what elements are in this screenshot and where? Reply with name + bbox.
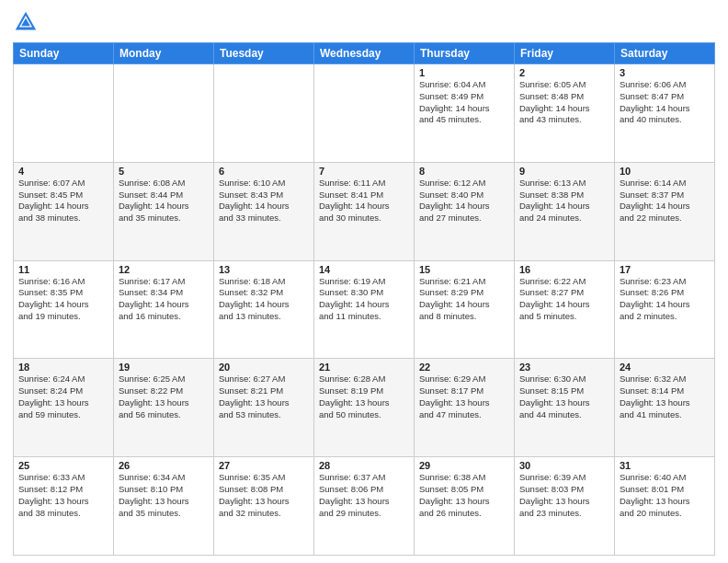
calendar-cell: 31Sunrise: 6:40 AM Sunset: 8:01 PM Dayli… — [615, 457, 715, 556]
day-info: Sunrise: 6:37 AM Sunset: 8:06 PM Dayligh… — [319, 472, 409, 519]
weekday-header-sunday: Sunday — [14, 43, 114, 64]
day-info: Sunrise: 6:19 AM Sunset: 8:30 PM Dayligh… — [319, 276, 409, 323]
weekday-header-thursday: Thursday — [415, 43, 515, 64]
calendar-cell: 14Sunrise: 6:19 AM Sunset: 8:30 PM Dayli… — [314, 260, 415, 359]
logo — [13, 9, 42, 35]
day-info: Sunrise: 6:07 AM Sunset: 8:45 PM Dayligh… — [18, 178, 108, 224]
day-info: Sunrise: 6:13 AM Sunset: 8:38 PM Dayligh… — [519, 178, 609, 224]
day-number: 13 — [219, 264, 309, 275]
day-number: 27 — [219, 460, 309, 471]
day-info: Sunrise: 6:12 AM Sunset: 8:40 PM Dayligh… — [419, 178, 509, 224]
calendar-cell: 13Sunrise: 6:18 AM Sunset: 8:32 PM Dayli… — [214, 260, 314, 359]
calendar-cell: 25Sunrise: 6:33 AM Sunset: 8:12 PM Dayli… — [14, 457, 114, 556]
day-number: 15 — [419, 264, 509, 275]
day-number: 14 — [319, 264, 409, 275]
day-info: Sunrise: 6:04 AM Sunset: 8:49 PM Dayligh… — [419, 79, 509, 126]
day-info: Sunrise: 6:23 AM Sunset: 8:26 PM Dayligh… — [620, 276, 710, 323]
day-info: Sunrise: 6:24 AM Sunset: 8:24 PM Dayligh… — [18, 373, 108, 420]
day-number: 7 — [319, 166, 409, 177]
calendar-cell: 9Sunrise: 6:13 AM Sunset: 8:38 PM Daylig… — [515, 162, 615, 260]
day-info: Sunrise: 6:11 AM Sunset: 8:41 PM Dayligh… — [319, 178, 409, 224]
day-number: 19 — [119, 362, 209, 373]
day-number: 29 — [419, 460, 509, 471]
day-number: 20 — [219, 362, 309, 373]
day-number: 10 — [620, 166, 710, 177]
calendar-cell: 6Sunrise: 6:10 AM Sunset: 8:43 PM Daylig… — [214, 162, 314, 260]
calendar-cell: 29Sunrise: 6:38 AM Sunset: 8:05 PM Dayli… — [415, 457, 515, 556]
day-number: 21 — [319, 362, 409, 373]
day-info: Sunrise: 6:21 AM Sunset: 8:29 PM Dayligh… — [419, 276, 509, 323]
day-info: Sunrise: 6:39 AM Sunset: 8:03 PM Dayligh… — [519, 472, 609, 519]
calendar-cell: 21Sunrise: 6:28 AM Sunset: 8:19 PM Dayli… — [314, 359, 415, 457]
day-number: 17 — [620, 264, 710, 275]
calendar-cell: 7Sunrise: 6:11 AM Sunset: 8:41 PM Daylig… — [314, 162, 415, 260]
calendar-cell: 22Sunrise: 6:29 AM Sunset: 8:17 PM Dayli… — [415, 359, 515, 457]
weekday-header-wednesday: Wednesday — [314, 43, 415, 64]
day-number: 22 — [419, 362, 509, 373]
weekday-header-saturday: Saturday — [615, 43, 715, 64]
day-info: Sunrise: 6:22 AM Sunset: 8:27 PM Dayligh… — [519, 276, 609, 323]
calendar-cell: 5Sunrise: 6:08 AM Sunset: 8:44 PM Daylig… — [114, 162, 214, 260]
calendar-cell — [14, 64, 114, 163]
weekday-header-monday: Monday — [114, 43, 214, 64]
day-number: 31 — [620, 460, 710, 471]
calendar-cell: 30Sunrise: 6:39 AM Sunset: 8:03 PM Dayli… — [515, 457, 615, 556]
calendar-cell: 2Sunrise: 6:05 AM Sunset: 8:48 PM Daylig… — [515, 64, 615, 163]
week-row-5: 25Sunrise: 6:33 AM Sunset: 8:12 PM Dayli… — [14, 457, 715, 556]
day-number: 26 — [119, 460, 209, 471]
day-number: 23 — [519, 362, 609, 373]
generalblue-logo-icon — [13, 9, 39, 35]
day-number: 6 — [219, 166, 309, 177]
day-info: Sunrise: 6:29 AM Sunset: 8:17 PM Dayligh… — [419, 373, 509, 420]
day-number: 24 — [620, 362, 710, 373]
week-row-3: 11Sunrise: 6:16 AM Sunset: 8:35 PM Dayli… — [14, 260, 715, 359]
day-number: 9 — [519, 166, 609, 177]
day-info: Sunrise: 6:25 AM Sunset: 8:22 PM Dayligh… — [119, 373, 209, 420]
day-number: 4 — [18, 166, 108, 177]
week-row-2: 4Sunrise: 6:07 AM Sunset: 8:45 PM Daylig… — [14, 162, 715, 260]
day-number: 18 — [18, 362, 108, 373]
calendar-cell: 10Sunrise: 6:14 AM Sunset: 8:37 PM Dayli… — [615, 162, 715, 260]
weekday-header-row: SundayMondayTuesdayWednesdayThursdayFrid… — [14, 43, 715, 64]
day-info: Sunrise: 6:10 AM Sunset: 8:43 PM Dayligh… — [219, 178, 309, 224]
calendar-cell: 8Sunrise: 6:12 AM Sunset: 8:40 PM Daylig… — [415, 162, 515, 260]
calendar-cell: 23Sunrise: 6:30 AM Sunset: 8:15 PM Dayli… — [515, 359, 615, 457]
day-number: 5 — [119, 166, 209, 177]
header — [13, 9, 715, 35]
day-number: 12 — [119, 264, 209, 275]
page: SundayMondayTuesdayWednesdayThursdayFrid… — [0, 0, 728, 563]
calendar-cell: 19Sunrise: 6:25 AM Sunset: 8:22 PM Dayli… — [114, 359, 214, 457]
calendar-cell: 27Sunrise: 6:35 AM Sunset: 8:08 PM Dayli… — [214, 457, 314, 556]
day-number: 8 — [419, 166, 509, 177]
calendar-cell — [114, 64, 214, 163]
week-row-1: 1Sunrise: 6:04 AM Sunset: 8:49 PM Daylig… — [14, 64, 715, 163]
calendar-cell: 16Sunrise: 6:22 AM Sunset: 8:27 PM Dayli… — [515, 260, 615, 359]
day-info: Sunrise: 6:27 AM Sunset: 8:21 PM Dayligh… — [219, 373, 309, 420]
day-info: Sunrise: 6:28 AM Sunset: 8:19 PM Dayligh… — [319, 373, 409, 420]
day-number: 30 — [519, 460, 609, 471]
calendar-cell: 11Sunrise: 6:16 AM Sunset: 8:35 PM Dayli… — [14, 260, 114, 359]
weekday-header-friday: Friday — [515, 43, 615, 64]
calendar-cell: 1Sunrise: 6:04 AM Sunset: 8:49 PM Daylig… — [415, 64, 515, 163]
day-number: 1 — [419, 67, 509, 78]
day-number: 16 — [519, 264, 609, 275]
day-info: Sunrise: 6:32 AM Sunset: 8:14 PM Dayligh… — [620, 373, 710, 420]
calendar-cell: 3Sunrise: 6:06 AM Sunset: 8:47 PM Daylig… — [615, 64, 715, 163]
day-info: Sunrise: 6:33 AM Sunset: 8:12 PM Dayligh… — [18, 472, 108, 519]
calendar-cell — [214, 64, 314, 163]
day-info: Sunrise: 6:14 AM Sunset: 8:37 PM Dayligh… — [620, 178, 710, 224]
day-info: Sunrise: 6:34 AM Sunset: 8:10 PM Dayligh… — [119, 472, 209, 519]
calendar-cell: 18Sunrise: 6:24 AM Sunset: 8:24 PM Dayli… — [14, 359, 114, 457]
calendar-cell: 15Sunrise: 6:21 AM Sunset: 8:29 PM Dayli… — [415, 260, 515, 359]
calendar-table: SundayMondayTuesdayWednesdayThursdayFrid… — [13, 42, 715, 556]
calendar-cell: 20Sunrise: 6:27 AM Sunset: 8:21 PM Dayli… — [214, 359, 314, 457]
day-info: Sunrise: 6:40 AM Sunset: 8:01 PM Dayligh… — [620, 472, 710, 519]
day-number: 2 — [519, 67, 609, 78]
day-info: Sunrise: 6:16 AM Sunset: 8:35 PM Dayligh… — [18, 276, 108, 323]
day-info: Sunrise: 6:18 AM Sunset: 8:32 PM Dayligh… — [219, 276, 309, 323]
calendar-cell: 17Sunrise: 6:23 AM Sunset: 8:26 PM Dayli… — [615, 260, 715, 359]
day-number: 3 — [620, 67, 710, 78]
day-info: Sunrise: 6:35 AM Sunset: 8:08 PM Dayligh… — [219, 472, 309, 519]
calendar-cell: 26Sunrise: 6:34 AM Sunset: 8:10 PM Dayli… — [114, 457, 214, 556]
weekday-header-tuesday: Tuesday — [214, 43, 314, 64]
